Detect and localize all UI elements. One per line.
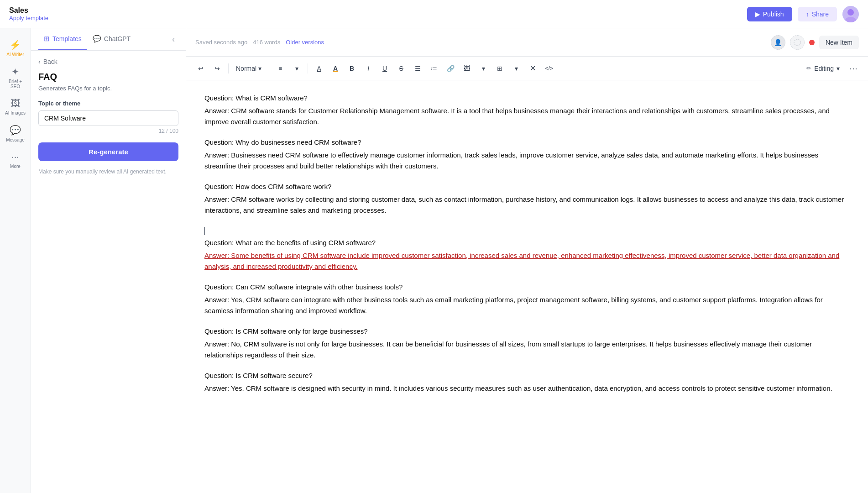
faq-title: FAQ [38, 72, 178, 82]
older-versions-link[interactable]: Older versions [286, 39, 324, 46]
sidebar-item-message[interactable]: 💬 Message [2, 121, 29, 146]
highlight-button[interactable]: A [328, 61, 343, 76]
lightning-icon: ⚡ [10, 39, 21, 50]
templates-icon: ⊞ [44, 35, 50, 43]
editor-content[interactable]: Question: What is CRM software? Answer: … [186, 80, 868, 493]
topic-input[interactable] [38, 110, 178, 126]
faq-question-4: Question: Can CRM software integrate wit… [204, 283, 850, 291]
toolbar-divider-1 [228, 63, 229, 73]
disclaimer-text: Make sure you manually review all AI gen… [38, 168, 178, 176]
bold-button[interactable]: B [345, 61, 359, 76]
left-panel: ⊞ Templates 💬 ChatGPT ‹ ‹ Back FAQ Gener… [31, 28, 186, 493]
table-chevron[interactable]: ▾ [509, 61, 523, 76]
char-count: 12 / 100 [38, 128, 178, 134]
svg-point-1 [847, 9, 854, 16]
publish-icon: ▶ [755, 10, 760, 18]
new-item-button[interactable]: New Item [819, 36, 859, 49]
star-icon: ✦ [11, 66, 19, 77]
image-chevron[interactable]: ▾ [476, 61, 491, 76]
faq-block-6: Question: Is CRM software secure? Answer… [204, 372, 850, 394]
faq-question-5: Question: Is CRM software only for large… [204, 327, 850, 335]
align-chevron[interactable]: ▾ [289, 61, 304, 76]
image-button[interactable]: 🖼 [460, 61, 474, 76]
share-button[interactable]: ↑ Share [798, 7, 837, 21]
editor-topbar-right: 👤 New Item [771, 35, 859, 50]
faq-answer-4: Answer: Yes, CRM software can integrate … [204, 294, 850, 316]
status-dot [809, 40, 815, 45]
link-button[interactable]: 🔗 [443, 61, 458, 76]
clear-format-button[interactable]: ✕ [525, 61, 540, 76]
table-button[interactable]: ⊞ [492, 61, 507, 76]
faq-block-1: Question: Why do businesses need CRM sof… [204, 138, 850, 172]
ordered-list-button[interactable]: ≔ [427, 61, 441, 76]
text-color-button[interactable]: A [312, 61, 326, 76]
code-button[interactable]: </> [542, 61, 556, 76]
regenerate-button[interactable]: Re-generate [38, 142, 178, 161]
tab-templates[interactable]: ⊞ Templates [38, 28, 87, 50]
faq-desc: Generates FAQs for a topic. [38, 85, 178, 92]
faq-answer-6: Answer: Yes, CRM software is designed wi… [204, 383, 850, 394]
new-item-label: New Item [826, 39, 852, 46]
italic-button[interactable]: I [361, 61, 376, 76]
faq-answer-2: Answer: CRM software works by collecting… [204, 194, 850, 216]
collapse-panel-button[interactable]: ‹ [168, 31, 178, 48]
faq-block-4: Question: Can CRM software integrate wit… [204, 283, 850, 316]
faq-question-0: Question: What is CRM software? [204, 94, 850, 102]
sales-title: Sales [9, 6, 48, 15]
faq-answer-5: Answer: No, CRM software is not only for… [204, 339, 850, 361]
settings-icon-btn[interactable] [790, 35, 805, 50]
align-button[interactable]: ≡ [273, 61, 288, 76]
faq-block-5: Question: Is CRM software only for large… [204, 327, 850, 361]
top-bar-right: ▶ Publish ↑ Share [747, 6, 859, 22]
svg-point-3 [794, 39, 800, 46]
tab-chatgpt[interactable]: 💬 ChatGPT [87, 28, 136, 50]
sidebar-item-ai-images[interactable]: 🖼 AI Images [2, 94, 29, 119]
faq-question-1: Question: Why do businesses need CRM sof… [204, 138, 850, 146]
publish-button[interactable]: ▶ Publish [747, 7, 792, 21]
toolbar-divider-2 [269, 63, 269, 73]
editor-area: Saved seconds ago 416 words Older versio… [186, 28, 868, 493]
top-bar: Sales Apply template ▶ Publish ↑ Share [0, 0, 868, 28]
faq-answer-3: Answer: Some benefits of using CRM softw… [204, 250, 850, 272]
bullet-list-button[interactable]: ☰ [410, 61, 425, 76]
back-arrow-icon: ‹ [38, 58, 41, 65]
chatgpt-icon: 💬 [93, 35, 101, 43]
faq-answer-1: Answer: Businesses need CRM software to … [204, 150, 850, 172]
undo-button[interactable]: ↩ [193, 61, 208, 76]
faq-block-0: Question: What is CRM software? Answer: … [204, 94, 850, 127]
faq-question-6: Question: Is CRM software secure? [204, 372, 850, 379]
sidebar-item-brief-seo[interactable]: ✦ Brief + SEO [2, 63, 29, 93]
topic-label: Topic or theme [38, 100, 178, 107]
apply-template-link[interactable]: Apply template [9, 15, 48, 21]
icon-sidebar: ⚡ AI Writer ✦ Brief + SEO 🖼 AI Images 💬 … [0, 28, 31, 493]
underline-button[interactable]: U [377, 61, 392, 76]
panel-content: ‹ Back FAQ Generates FAQs for a topic. T… [31, 51, 186, 493]
faq-block-3: Question: What are the benefits of using… [204, 239, 850, 272]
strikethrough-button[interactable]: S [394, 61, 408, 76]
main-layout: ⚡ AI Writer ✦ Brief + SEO 🖼 AI Images 💬 … [0, 28, 868, 493]
text-style-select[interactable]: Normal ▾ [232, 61, 265, 76]
editor-topbar: Saved seconds ago 416 words Older versio… [186, 28, 868, 57]
redo-button[interactable]: ↪ [210, 61, 225, 76]
share-icon: ↑ [806, 10, 809, 18]
panel-tabs: ⊞ Templates 💬 ChatGPT ‹ [31, 28, 186, 51]
editing-mode-button[interactable]: ✏ Editing ▾ [802, 63, 844, 74]
chat-icon: 💬 [10, 125, 21, 136]
more-options-button[interactable]: ⋯ [846, 61, 861, 76]
ellipsis-icon: ··· [11, 152, 19, 162]
image-icon: 🖼 [11, 98, 20, 109]
editor-meta: Saved seconds ago 416 words Older versio… [195, 39, 324, 46]
faq-block-2: Question: How does CRM software work? An… [204, 183, 850, 216]
back-link[interactable]: ‹ Back [38, 58, 178, 65]
sidebar-item-more[interactable]: ··· More [2, 148, 29, 173]
saved-status: Saved seconds ago [195, 39, 247, 46]
chevron-down-icon: ▾ [258, 65, 261, 72]
word-count: 416 words [253, 39, 280, 46]
user-avatar-btn[interactable]: 👤 [771, 35, 785, 50]
editor-toolbar: ↩ ↪ Normal ▾ ≡ ▾ A A B I U S ☰ ≔ 🔗 🖼 ▾ ⊞… [186, 57, 868, 80]
avatar[interactable] [842, 6, 859, 22]
sidebar-item-ai-writer[interactable]: ⚡ AI Writer [2, 36, 29, 61]
faq-question-2: Question: How does CRM software work? [204, 183, 850, 190]
toolbar-divider-3 [308, 63, 308, 73]
faq-question-3: Question: What are the benefits of using… [204, 239, 850, 246]
